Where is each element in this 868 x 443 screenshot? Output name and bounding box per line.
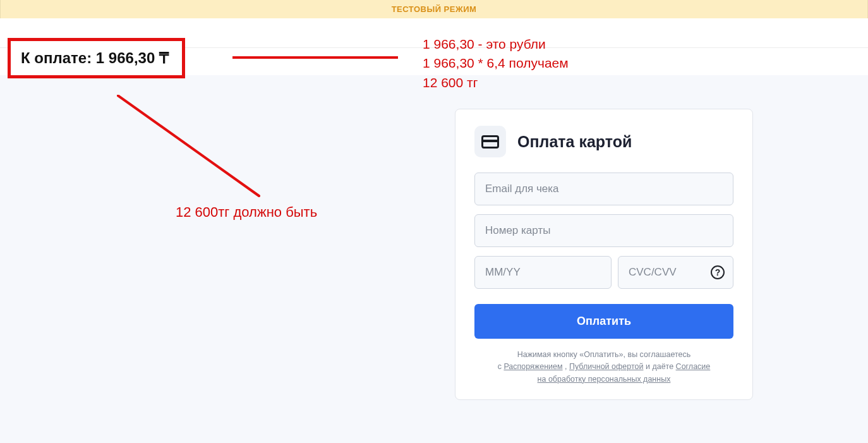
legal-text: Нажимая кнопку «Оплатить», вы соглашаете… [474,349,733,385]
legal-post2: и даёте [643,362,675,371]
calculation-annotation: 1 966,30 - это рубли 1 966,30 * 6,4 полу… [423,35,569,92]
annotation-arrow [117,95,118,95]
card-header: Оплата картой [474,126,733,157]
svg-line-0 [117,95,259,196]
expiry-field[interactable] [474,256,612,289]
calc-line-3: 12 600 тг [423,73,569,92]
calc-line-1: 1 966,30 - это рубли [423,35,569,54]
card-payment-panel: Оплата картой ? Оплатить Нажимая кнопку … [455,109,753,400]
should-be-annotation: 12 600тг должно быть [176,204,317,221]
amount-to-pay-box: К оплате: 1 966,30 ₸ [8,38,185,78]
legal-line1: Нажимая кнопку «Оплатить», вы соглашаете… [517,350,691,359]
test-mode-banner: ТЕСТОВЫЙ РЕЖИМ [0,0,868,18]
order-link[interactable]: Распоряжением [503,362,562,371]
consent-link-1[interactable]: Согласие [676,362,711,371]
offer-link[interactable]: Публичной офертой [569,362,643,371]
pay-button[interactable]: Оплатить [474,304,733,339]
calc-line-2: 1 966,30 * 6,4 получаем [423,54,569,73]
legal-sep1: , [563,362,569,371]
cvc-wrap: ? [618,256,733,289]
expiry-cvc-row: ? [474,256,733,289]
consent-link-2[interactable]: на обработку персональных данных [538,375,671,384]
card-icon [481,135,499,149]
amount-to-pay: К оплате: 1 966,30 ₸ [21,49,169,66]
card-title: Оплата картой [517,133,632,151]
cvc-help-icon[interactable]: ? [711,265,725,279]
card-number-field[interactable] [474,214,733,247]
email-field[interactable] [474,173,733,205]
card-icon-bg [474,126,506,157]
legal-pre2: с [498,362,504,371]
annotation-hline [232,56,398,59]
